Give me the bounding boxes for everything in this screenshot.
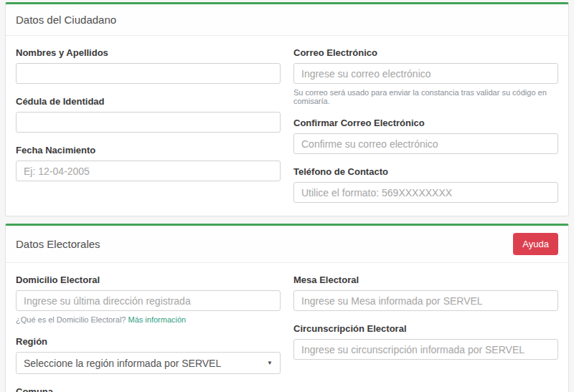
form-group-confirmar-correo: Confirmar Correo Electrónico bbox=[293, 118, 558, 154]
electoral-card: Datos Electorales Ayuda Domicilio Electo… bbox=[5, 224, 569, 392]
mesa-label: Mesa Electoral bbox=[293, 274, 558, 285]
comuna-label: Comuna bbox=[16, 386, 281, 392]
form-group-domicilio: Domicilio Electoral ¿Qué es el Domicilio… bbox=[16, 274, 281, 324]
region-select-value: Seleccione la región informada por SERVE… bbox=[24, 358, 221, 369]
electoral-card-header: Datos Electorales Ayuda bbox=[6, 226, 568, 263]
correo-help-text: Su correo será usado para enviar la cons… bbox=[293, 88, 558, 105]
domicilio-input[interactable] bbox=[16, 290, 281, 311]
nombres-input[interactable] bbox=[16, 63, 281, 84]
form-group-fecha-nacimiento: Fecha Nacimiento bbox=[16, 145, 281, 181]
nombres-label: Nombres y Apellidos bbox=[16, 47, 281, 58]
fecha-nacimiento-input[interactable] bbox=[16, 161, 281, 181]
domicilio-help-question: ¿Qué es el Domicilio Electoral? bbox=[16, 315, 126, 324]
form-group-telefono: Teléfono de Contacto bbox=[293, 166, 558, 203]
region-select[interactable]: Seleccione la región informada por SERVE… bbox=[16, 352, 281, 374]
form-group-comuna: Comuna Seleccione la comuna informada po… bbox=[16, 386, 281, 392]
form-group-mesa: Mesa Electoral bbox=[293, 274, 558, 311]
chevron-down-icon: ▼ bbox=[267, 360, 273, 366]
form-group-nombres: Nombres y Apellidos bbox=[16, 47, 281, 84]
circunscripcion-input[interactable] bbox=[293, 339, 558, 360]
electoral-right-column: Mesa Electoral Circunscripción Electoral bbox=[293, 274, 558, 360]
citizen-card-header: Datos del Ciudadano bbox=[6, 4, 568, 36]
electoral-left-column: Domicilio Electoral ¿Qué es el Domicilio… bbox=[16, 274, 281, 392]
confirmar-correo-label: Confirmar Correo Electrónico bbox=[293, 118, 558, 128]
correo-label: Correo Electrónico bbox=[293, 47, 558, 58]
electoral-card-body: Domicilio Electoral ¿Qué es el Domicilio… bbox=[6, 263, 568, 392]
circunscripcion-label: Circunscripción Electoral bbox=[293, 323, 558, 334]
domicilio-help-text: ¿Qué es el Domicilio Electoral? Más info… bbox=[16, 315, 281, 324]
correo-input[interactable] bbox=[293, 63, 558, 84]
citizen-left-column: Nombres y Apellidos Cédula de Identidad … bbox=[16, 47, 281, 181]
fecha-nacimiento-label: Fecha Nacimiento bbox=[16, 145, 281, 156]
citizen-card-body: Nombres y Apellidos Cédula de Identidad … bbox=[6, 36, 568, 216]
form-group-region: Región Seleccione la región informada po… bbox=[16, 336, 281, 374]
region-label: Región bbox=[16, 336, 281, 347]
mesa-input[interactable] bbox=[293, 290, 558, 311]
telefono-label: Teléfono de Contacto bbox=[293, 166, 558, 177]
cedula-label: Cédula de Identidad bbox=[16, 96, 281, 107]
citizen-card-title: Datos del Ciudadano bbox=[16, 14, 116, 26]
telefono-input[interactable] bbox=[293, 182, 558, 203]
form-group-cedula: Cédula de Identidad bbox=[16, 96, 281, 133]
form-group-correo: Correo Electrónico Su correo será usado … bbox=[293, 47, 558, 105]
citizen-card: Datos del Ciudadano Nombres y Apellidos … bbox=[5, 2, 569, 216]
mas-informacion-link[interactable]: Más información bbox=[128, 315, 187, 324]
domicilio-label: Domicilio Electoral bbox=[16, 274, 281, 285]
ayuda-button[interactable]: Ayuda bbox=[513, 233, 558, 255]
confirmar-correo-input[interactable] bbox=[293, 133, 558, 154]
cedula-input[interactable] bbox=[16, 112, 281, 133]
form-group-circunscripcion: Circunscripción Electoral bbox=[293, 323, 558, 360]
citizen-right-column: Correo Electrónico Su correo será usado … bbox=[293, 47, 558, 203]
electoral-card-title: Datos Electorales bbox=[16, 238, 100, 250]
